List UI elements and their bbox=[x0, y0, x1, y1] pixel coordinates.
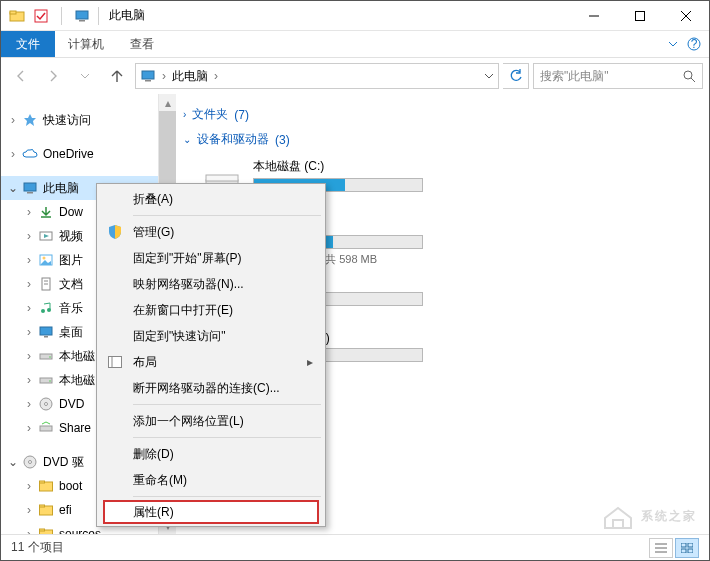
ribbon-file-tab[interactable]: 文件 bbox=[1, 31, 55, 57]
tree-onedrive[interactable]: › OneDrive bbox=[1, 142, 158, 166]
ribbon: 文件 计算机 查看 ? bbox=[1, 31, 709, 58]
context-menu: 折叠(A)管理(G)固定到"开始"屏幕(P)映射网络驱动器(N)...在新窗口中… bbox=[96, 183, 326, 527]
chevron-right-icon[interactable]: › bbox=[23, 527, 35, 534]
view-tiles-button[interactable] bbox=[675, 538, 699, 558]
svg-rect-15 bbox=[24, 183, 36, 191]
close-button[interactable] bbox=[663, 1, 709, 31]
window-controls bbox=[571, 1, 709, 31]
chevron-right-icon[interactable]: › bbox=[23, 421, 35, 435]
svg-rect-1 bbox=[10, 11, 16, 14]
context-menu-item[interactable]: 折叠(A) bbox=[99, 186, 323, 212]
chevron-right-icon[interactable]: › bbox=[23, 229, 35, 243]
chevron-right-icon[interactable]: › bbox=[23, 349, 35, 363]
tree-item-label: 文档 bbox=[59, 276, 83, 293]
item-icon bbox=[37, 372, 55, 388]
context-menu-item[interactable]: 添加一个网络位置(L) bbox=[99, 408, 323, 434]
tree-item-label: DVD bbox=[59, 397, 84, 411]
chevron-right-icon[interactable]: › bbox=[7, 113, 19, 127]
context-menu-item[interactable]: 映射网络驱动器(N)... bbox=[99, 271, 323, 297]
chevron-right-icon[interactable]: › bbox=[7, 147, 19, 161]
this-pc-icon bbox=[140, 68, 156, 84]
group-devices[interactable]: ⌄ 设备和驱动器 (3) bbox=[183, 127, 709, 152]
minimize-button[interactable] bbox=[571, 1, 617, 31]
svg-text:?: ? bbox=[691, 37, 698, 51]
chevron-right-icon: › bbox=[183, 109, 186, 120]
maximize-button[interactable] bbox=[617, 1, 663, 31]
context-menu-item[interactable]: 管理(G) bbox=[99, 219, 323, 245]
search-placeholder: 搜索"此电脑" bbox=[540, 68, 683, 85]
context-menu-label: 在新窗口中打开(E) bbox=[133, 302, 233, 319]
chevron-down-icon[interactable]: ⌄ bbox=[7, 181, 19, 195]
svg-rect-56 bbox=[688, 543, 693, 547]
context-menu-item-highlighted[interactable]: 属性(R) bbox=[103, 500, 319, 524]
window-title: 此电脑 bbox=[105, 7, 145, 24]
chevron-right-icon[interactable]: › bbox=[212, 69, 220, 83]
chevron-right-icon[interactable]: › bbox=[23, 479, 35, 493]
svg-rect-6 bbox=[636, 11, 645, 20]
svg-point-23 bbox=[41, 309, 45, 313]
breadcrumb-this-pc[interactable]: 此电脑 bbox=[172, 68, 208, 85]
svg-rect-4 bbox=[79, 20, 85, 22]
svg-rect-58 bbox=[688, 549, 693, 553]
svg-rect-26 bbox=[44, 336, 48, 338]
address-bar: › 此电脑 › 搜索"此电脑" bbox=[1, 58, 709, 94]
svg-line-14 bbox=[691, 78, 695, 82]
tree-item-label: 本地磁 bbox=[59, 348, 95, 365]
context-menu-item[interactable]: 固定到"快速访问" bbox=[99, 323, 323, 349]
svg-point-32 bbox=[45, 403, 48, 406]
nav-up-button[interactable] bbox=[103, 62, 131, 90]
svg-rect-59 bbox=[109, 357, 122, 368]
item-icon bbox=[37, 420, 55, 436]
tree-item-label: sources bbox=[59, 527, 101, 534]
item-icon bbox=[37, 252, 55, 268]
chevron-right-icon[interactable]: › bbox=[23, 277, 35, 291]
item-icon bbox=[37, 228, 55, 244]
chevron-right-icon[interactable]: › bbox=[23, 503, 35, 517]
chevron-right-icon[interactable]: › bbox=[23, 205, 35, 219]
chevron-right-icon: ▸ bbox=[307, 355, 313, 369]
chevron-right-icon[interactable]: › bbox=[23, 325, 35, 339]
nav-back-button[interactable] bbox=[7, 62, 35, 90]
chevron-right-icon[interactable]: › bbox=[23, 373, 35, 387]
context-menu-label: 映射网络驱动器(N)... bbox=[133, 276, 244, 293]
ribbon-tab-view[interactable]: 查看 bbox=[117, 31, 167, 57]
context-menu-item[interactable]: 删除(D) bbox=[99, 441, 323, 467]
nav-recent-button[interactable] bbox=[71, 62, 99, 90]
context-menu-item[interactable]: 断开网络驱动器的连接(C)... bbox=[99, 375, 323, 401]
context-menu-item[interactable]: 在新窗口中打开(E) bbox=[99, 297, 323, 323]
qat-properties-icon[interactable] bbox=[31, 6, 51, 26]
svg-rect-33 bbox=[40, 426, 52, 431]
chevron-right-icon[interactable]: › bbox=[160, 69, 168, 83]
nav-forward-button[interactable] bbox=[39, 62, 67, 90]
view-details-button[interactable] bbox=[649, 538, 673, 558]
tree-quick-access[interactable]: › 快速访问 bbox=[1, 108, 158, 132]
search-input[interactable]: 搜索"此电脑" bbox=[533, 63, 703, 89]
svg-rect-2 bbox=[35, 10, 47, 22]
chevron-down-icon[interactable]: ⌄ bbox=[7, 455, 19, 469]
refresh-button[interactable] bbox=[503, 63, 529, 89]
tree-item-label: 本地磁 bbox=[59, 372, 95, 389]
svg-rect-11 bbox=[142, 71, 154, 79]
context-menu-label: 删除(D) bbox=[133, 446, 174, 463]
ribbon-tab-computer[interactable]: 计算机 bbox=[55, 31, 117, 57]
search-icon bbox=[683, 70, 696, 83]
context-menu-item[interactable]: 固定到"开始"屏幕(P) bbox=[99, 245, 323, 271]
group-folders[interactable]: › 文件夹 (7) bbox=[183, 102, 709, 127]
tree-item-label: 桌面 bbox=[59, 324, 83, 341]
context-menu-label: 添加一个网络位置(L) bbox=[133, 413, 244, 430]
statusbar: 11 个项目 bbox=[1, 534, 709, 560]
chevron-right-icon[interactable]: › bbox=[23, 301, 35, 315]
address-box[interactable]: › 此电脑 › bbox=[135, 63, 499, 89]
context-menu-item[interactable]: 重命名(M) bbox=[99, 467, 323, 493]
help-icon[interactable]: ? bbox=[687, 37, 701, 51]
tree-item-label: Dow bbox=[59, 205, 83, 219]
this-pc-icon bbox=[21, 180, 39, 196]
tree-item-label: boot bbox=[59, 479, 82, 493]
qat-folder-icon[interactable] bbox=[7, 6, 27, 26]
chevron-right-icon[interactable]: › bbox=[23, 397, 35, 411]
svg-point-19 bbox=[43, 257, 46, 260]
ribbon-expand-icon[interactable] bbox=[667, 38, 679, 50]
chevron-right-icon[interactable]: › bbox=[23, 253, 35, 267]
context-menu-item[interactable]: 布局▸ bbox=[99, 349, 323, 375]
address-dropdown-icon[interactable] bbox=[484, 71, 494, 81]
